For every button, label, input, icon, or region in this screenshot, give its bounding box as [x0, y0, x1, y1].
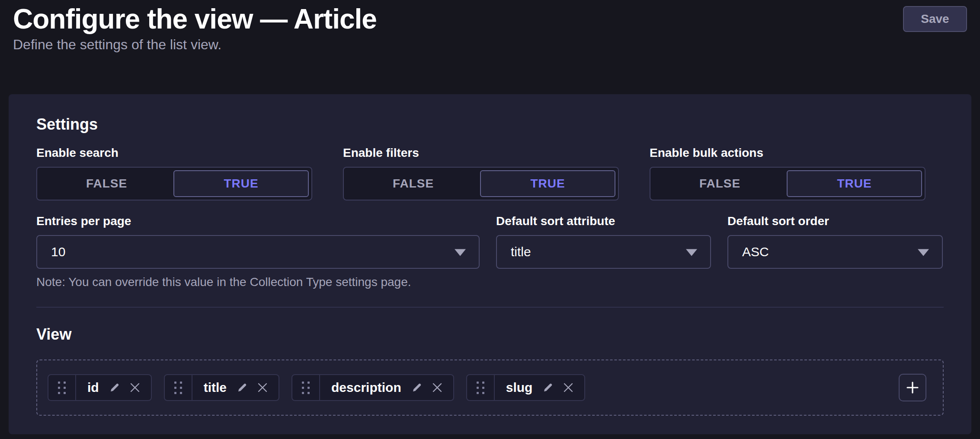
enable-search-true-option[interactable]: TRUE — [173, 170, 309, 197]
entries-per-page-select[interactable]: 10 — [36, 235, 480, 269]
edit-field-button[interactable] — [543, 382, 553, 393]
settings-section: Settings Enable search FALSE TRUE Enable… — [36, 115, 944, 289]
default-sort-order-select[interactable]: ASC — [727, 235, 943, 269]
enable-search-toggle: FALSE TRUE — [36, 167, 312, 200]
enable-bulk-actions-label: Enable bulk actions — [650, 146, 926, 160]
drag-handle-icon[interactable] — [48, 375, 76, 400]
section-divider — [36, 307, 944, 308]
pencil-icon — [412, 382, 422, 393]
default-sort-attribute-field: Default sort attribute title — [496, 214, 711, 269]
enable-filters-false-option[interactable]: FALSE — [346, 170, 480, 197]
default-sort-attribute-select[interactable]: title — [496, 235, 711, 269]
toggles-row: Enable search FALSE TRUE Enable filters … — [36, 146, 944, 200]
enable-search-label: Enable search — [36, 146, 312, 160]
chevron-down-icon — [918, 249, 929, 256]
view-section: View id — [36, 325, 944, 416]
enable-bulk-actions-true-option[interactable]: TRUE — [787, 170, 922, 197]
remove-field-button[interactable] — [564, 383, 573, 392]
enable-search-field: Enable search FALSE TRUE — [36, 146, 312, 200]
field-chip-label: description — [331, 380, 401, 395]
entries-per-page-label: Entries per page — [36, 214, 480, 228]
field-chip-label: title — [204, 380, 227, 395]
field-chip-title[interactable]: title — [164, 374, 279, 401]
drag-handle-icon[interactable] — [292, 375, 320, 400]
page-header-text: Configure the view — Article Define the … — [13, 3, 377, 53]
close-icon — [258, 383, 267, 392]
field-chip-id[interactable]: id — [48, 374, 152, 401]
field-chip-description[interactable]: description — [291, 374, 454, 401]
pencil-icon — [543, 382, 553, 393]
default-sort-order-label: Default sort order — [727, 214, 943, 228]
edit-field-button[interactable] — [237, 382, 247, 393]
default-sort-attribute-value: title — [511, 245, 531, 259]
add-field-button[interactable] — [899, 374, 926, 401]
settings-card: Settings Enable search FALSE TRUE Enable… — [9, 94, 971, 434]
close-icon — [130, 383, 140, 392]
view-fields-container: id title — [36, 359, 944, 416]
drag-handle-icon[interactable] — [165, 375, 192, 400]
default-sort-attribute-label: Default sort attribute — [496, 214, 711, 228]
enable-search-false-option[interactable]: FALSE — [40, 170, 173, 197]
view-heading: View — [36, 325, 944, 344]
page-title: Configure the view — Article — [13, 3, 377, 35]
enable-bulk-actions-field: Enable bulk actions FALSE TRUE — [650, 146, 926, 200]
drag-handle-icon[interactable] — [467, 375, 495, 400]
enable-filters-label: Enable filters — [343, 146, 619, 160]
remove-field-button[interactable] — [130, 383, 140, 392]
edit-field-button[interactable] — [109, 382, 120, 393]
page-header: Configure the view — Article Define the … — [0, 0, 980, 53]
enable-bulk-actions-false-option[interactable]: FALSE — [653, 170, 787, 197]
chevron-down-icon — [455, 249, 466, 256]
field-chip-label: slug — [506, 380, 533, 395]
enable-bulk-actions-toggle: FALSE TRUE — [650, 167, 926, 200]
page-subtitle: Define the settings of the list view. — [13, 36, 377, 53]
remove-field-button[interactable] — [432, 383, 442, 392]
field-chip-label: id — [87, 380, 99, 395]
close-icon — [432, 383, 442, 392]
plus-icon — [906, 381, 919, 394]
entries-per-page-value: 10 — [51, 245, 65, 259]
enable-filters-toggle: FALSE TRUE — [343, 167, 619, 200]
save-button[interactable]: Save — [903, 6, 967, 32]
close-icon — [564, 383, 573, 392]
entries-per-page-note: Note: You can override this value in the… — [36, 275, 480, 289]
settings-heading: Settings — [36, 115, 944, 134]
remove-field-button[interactable] — [258, 383, 267, 392]
pencil-icon — [237, 382, 247, 393]
chevron-down-icon — [686, 249, 697, 256]
pencil-icon — [109, 382, 120, 393]
default-sort-order-field: Default sort order ASC — [727, 214, 943, 269]
entries-per-page-field: Entries per page 10 Note: You can overri… — [36, 214, 480, 289]
enable-filters-true-option[interactable]: TRUE — [480, 170, 615, 197]
field-chip-slug[interactable]: slug — [466, 374, 586, 401]
enable-filters-field: Enable filters FALSE TRUE — [343, 146, 619, 200]
edit-field-button[interactable] — [412, 382, 422, 393]
default-sort-order-value: ASC — [742, 245, 769, 259]
selects-row: Entries per page 10 Note: You can overri… — [36, 214, 944, 289]
